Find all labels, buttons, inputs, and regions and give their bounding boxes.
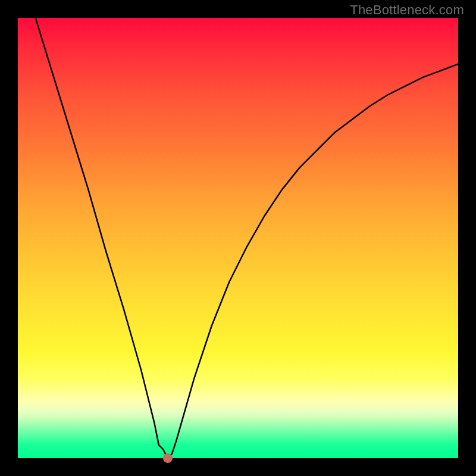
watermark: TheBottleneck.com	[350, 2, 464, 18]
plot-frame	[18, 18, 458, 458]
optimum-marker-icon	[163, 453, 173, 463]
bottleneck-curve	[18, 18, 458, 458]
